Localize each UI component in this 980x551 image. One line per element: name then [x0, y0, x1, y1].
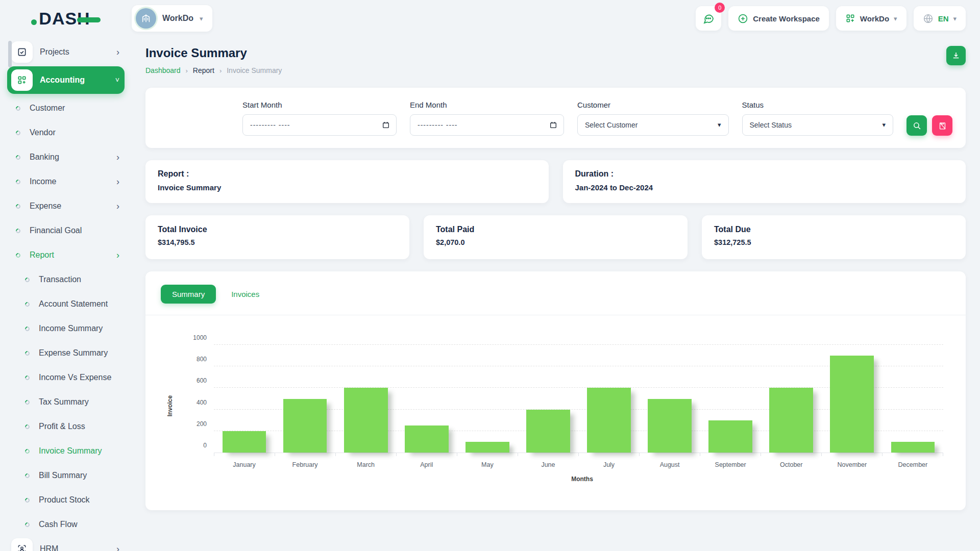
x-label-november: November	[822, 461, 883, 468]
status-label: Status	[742, 101, 894, 109]
sidebar-item-cash-flow[interactable]: Cash Flow	[7, 512, 125, 537]
x-axis-title: Months	[214, 475, 950, 483]
bar-december[interactable]	[891, 442, 935, 453]
workspace-selector[interactable]: WorkDo ▾	[132, 5, 212, 32]
bar-november[interactable]	[830, 356, 874, 453]
chat-bubble-icon	[702, 12, 715, 24]
sidebar-item-label: Accounting	[40, 76, 115, 85]
workdo-menu-button[interactable]: WorkDo ▾	[836, 6, 906, 31]
calendar-icon[interactable]	[549, 121, 557, 129]
calendar-icon[interactable]	[382, 121, 390, 129]
bar-july[interactable]	[587, 388, 631, 453]
sidebar-item-income[interactable]: Income›	[7, 169, 125, 194]
bar-april[interactable]	[405, 425, 449, 453]
filter-panel: Start Month --------- ---- End Month ---…	[145, 88, 966, 148]
report-card-value: Invoice Summary	[158, 183, 536, 192]
sidebar-item-vendor[interactable]: Vendor	[7, 120, 125, 145]
sidebar-item-expense[interactable]: Expense›	[7, 194, 125, 218]
x-label-september: September	[700, 461, 761, 468]
tab-invoices[interactable]: Invoices	[229, 285, 261, 304]
sidebar-item-expense-summary[interactable]: Expense Summary	[7, 341, 125, 365]
globe-icon	[923, 13, 934, 24]
bar-slot-september	[700, 345, 761, 453]
x-axis-ticks	[214, 453, 943, 456]
grid-plus-icon	[11, 69, 33, 91]
apply-filter-button[interactable]	[906, 115, 927, 136]
tick-february	[275, 453, 336, 456]
tick-september	[700, 453, 761, 456]
bar-may[interactable]	[465, 442, 509, 453]
sidebar-item-hrm[interactable]: HRM›	[7, 537, 125, 551]
language-selector[interactable]: EN ▾	[914, 6, 966, 31]
sidebar-nav: Projects›Accounting˅CustomerVendorBankin…	[0, 37, 132, 551]
building-icon	[136, 8, 156, 29]
bar-january[interactable]	[223, 431, 266, 453]
stat-value: $314,795.5	[158, 238, 397, 246]
sidebar-item-accounting[interactable]: Accounting˅	[7, 66, 125, 94]
end-month-input[interactable]: --------- ----	[410, 114, 564, 136]
sidebar-item-label: Expense Summary	[39, 348, 119, 358]
bar-august[interactable]	[648, 399, 692, 453]
sidebar-item-banking[interactable]: Banking›	[7, 145, 125, 169]
x-label-may: May	[457, 461, 518, 468]
sidebar-item-invoice-summary[interactable]: Invoice Summary	[7, 439, 125, 463]
tab-summary[interactable]: Summary	[161, 285, 216, 304]
bar-february[interactable]	[283, 399, 327, 453]
sidebar-item-profit-loss[interactable]: Profit & Loss	[7, 414, 125, 439]
grid-plus-icon	[845, 13, 855, 23]
y-tick-400: 400	[197, 399, 207, 406]
x-label-april: April	[396, 461, 457, 468]
create-workspace-label: Create Workspace	[753, 14, 820, 23]
sidebar-item-label: Report	[30, 251, 116, 260]
sidebar-item-label: Vendor	[30, 128, 119, 137]
bar-june[interactable]	[526, 410, 570, 453]
chevron-right-icon: ›	[116, 544, 119, 551]
create-workspace-button[interactable]: Create Workspace	[728, 6, 829, 31]
bar-october[interactable]	[769, 388, 813, 453]
header-actions: 0 Create Workspace WorkDo ▾ EN	[696, 6, 966, 31]
tick-july	[579, 453, 640, 456]
sidebar-item-product-stock[interactable]: Product Stock	[7, 488, 125, 512]
x-axis-labels: JanuaryFebruaryMarchAprilMayJuneJulyAugu…	[214, 461, 943, 468]
stat-label: Total Invoice	[158, 225, 397, 234]
bar-march[interactable]	[344, 388, 388, 453]
breadcrumb-report[interactable]: Report	[193, 66, 214, 74]
breadcrumb-dashboard[interactable]: Dashboard	[145, 66, 181, 74]
plus-circle-icon	[738, 13, 748, 24]
bar-september[interactable]	[708, 420, 752, 453]
status-select[interactable]: Select Status ▾	[742, 114, 894, 136]
chevron-down-icon: ▾	[953, 15, 957, 22]
sidebar-item-label: Expense	[30, 202, 116, 211]
x-label-october: October	[761, 461, 822, 468]
sidebar-items: Projects›Accounting˅CustomerVendorBankin…	[7, 40, 125, 551]
bullet-dot-icon	[15, 203, 21, 210]
sidebar-item-transaction[interactable]: Transaction	[7, 267, 125, 292]
sidebar-item-projects[interactable]: Projects›	[7, 40, 125, 64]
sidebar-item-financial-goal[interactable]: Financial Goal	[7, 218, 125, 243]
sidebar-item-tax-summary[interactable]: Tax Summary	[7, 390, 125, 414]
start-month-input[interactable]: --------- ----	[242, 114, 397, 136]
report-card: Report : Invoice Summary	[145, 160, 549, 203]
sidebar-item-label: Tax Summary	[39, 397, 119, 407]
stat-label: Total Paid	[436, 225, 675, 234]
tick-august	[640, 453, 700, 456]
download-report-button[interactable]	[946, 46, 966, 65]
end-month-label: End Month	[410, 101, 564, 109]
messages-button[interactable]: 0	[696, 6, 721, 31]
sidebar-item-account-statement[interactable]: Account Statement	[7, 292, 125, 316]
sidebar-item-income-vs-expense[interactable]: Income Vs Expense	[7, 365, 125, 390]
sidebar-scrollbar[interactable]	[8, 41, 12, 67]
customer-select[interactable]: Select Customer ▾	[577, 114, 729, 136]
bullet-dot-icon	[15, 130, 21, 136]
sidebar-item-income-summary[interactable]: Income Summary	[7, 316, 125, 341]
reset-filter-button[interactable]	[932, 115, 952, 136]
chevron-right-icon: ›	[116, 201, 119, 212]
tick-march	[336, 453, 397, 456]
sidebar-item-customer[interactable]: Customer	[7, 96, 125, 120]
tick-december	[883, 453, 943, 456]
sidebar-item-report[interactable]: Report›	[7, 243, 125, 267]
tick-october	[761, 453, 822, 456]
sidebar-item-bill-summary[interactable]: Bill Summary	[7, 463, 125, 488]
sidebar-item-label: Cash Flow	[39, 520, 119, 529]
app-logo[interactable]: DASH	[0, 9, 132, 29]
